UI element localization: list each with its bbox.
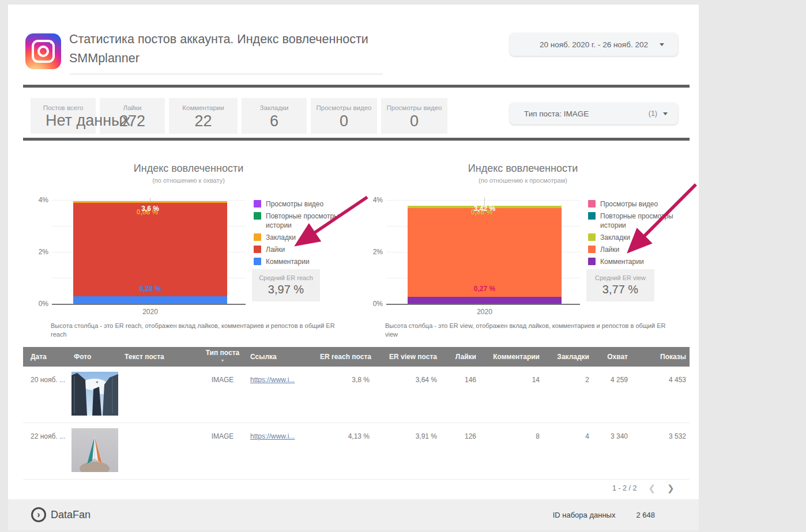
legend-swatch (254, 258, 261, 265)
kpi-value: 6 (242, 112, 307, 130)
column-header-comments[interactable]: Комментарии (480, 353, 543, 361)
cell-photo (70, 423, 121, 472)
summary-label: Средний ER reach (252, 274, 320, 281)
x-axis-line (52, 304, 246, 305)
column-header-er-view[interactable]: ER view поста (373, 353, 440, 361)
legend-label: Просмотры видео (600, 199, 658, 209)
pagination-range: 1 - 2 / 2 (612, 484, 636, 492)
sort-down-icon: ▼ (202, 357, 243, 364)
legend-item-video-views: Просмотры видео (588, 199, 685, 209)
y-tick-label: 2% (366, 248, 383, 256)
instagram-camera-lens (37, 46, 49, 57)
chart-er-reach: Индекс вовлеченности (по отношению к охв… (23, 159, 354, 352)
x-category-label: 2020 (408, 308, 562, 316)
legend-label: Повторные просмотры истории (600, 212, 685, 230)
summary-value: 3,97 % (252, 283, 320, 296)
cell-post-type: IMAGE (198, 367, 247, 384)
legend-swatch (588, 246, 596, 253)
post-link[interactable]: https://www.i... (250, 376, 295, 384)
chevron-down-icon (663, 112, 668, 115)
legend-label: Закладки (600, 233, 630, 242)
chevron-right-icon[interactable]: ❯ (667, 483, 675, 493)
kpi-video-views-1: Просмотры видео 0 (311, 98, 377, 134)
legend-label: Комментарии (600, 257, 644, 266)
kpi-value: 22 (169, 112, 238, 130)
post-photo-skyscrapers (71, 372, 118, 416)
legend-label: Закладки (266, 233, 296, 242)
chevron-down-icon (660, 43, 664, 46)
column-header-post-text[interactable]: Текст поста (121, 353, 198, 361)
column-header-reach[interactable]: Охват (593, 353, 631, 361)
bar-segment-Комментарии (73, 296, 227, 304)
column-header-er-reach[interactable]: ER reach поста (317, 353, 373, 361)
table-row: 20 нояб. ... IMAGE https://www.i... 3,8 … (23, 367, 690, 423)
cell-likes: 126 (440, 423, 480, 440)
legend-swatch (254, 233, 261, 241)
report-title-line1: Статистика постов аккаунта. Индекс вовле… (69, 30, 383, 49)
summary-card-er-reach: Средний ER reach 3,97 % (252, 269, 320, 301)
datafan-logo-icon: › (31, 507, 46, 522)
chevron-left-icon[interactable]: ❮ (648, 483, 656, 493)
y-tick-label: 4% (366, 196, 383, 204)
y-tick-label: 0% (31, 300, 48, 308)
column-header-link[interactable]: Ссылка (247, 353, 317, 361)
bar-segment-Лайки (408, 208, 562, 297)
column-header-post-type[interactable]: Тип поста ▼ (198, 349, 247, 364)
column-header-likes[interactable]: Лайки (440, 353, 480, 361)
dataset-id-label: ID набора данных (553, 511, 616, 519)
cell-er-view: 3,91 % (373, 423, 440, 440)
kpi-value: Нет данных (46, 112, 130, 130)
divider-top (23, 85, 690, 88)
legend-label: Комментарии (266, 257, 310, 266)
footer: › DataFan ID набора данных 2 648 (8, 499, 699, 530)
kpi-label: Просмотры видео (381, 104, 447, 111)
bar-label-likes: 3,6 % (73, 205, 227, 213)
cell-post-text (121, 423, 198, 432)
legend-swatch (254, 200, 261, 207)
legend-label: Просмотры видео (266, 199, 323, 209)
bar-segment-Комментарии (408, 297, 562, 304)
chart-title: Индекс вовлеченности (357, 163, 688, 175)
chart-caption: Высота столбца - это ER reach, отображен… (51, 322, 342, 339)
date-range-selector[interactable]: 20 нояб. 2020 г. - 26 нояб. 202 (510, 33, 678, 56)
cell-link: https://www.i... (247, 367, 317, 384)
cell-post-text (121, 367, 198, 376)
chart-caption: Высота столбца - это ER view, отображен … (385, 322, 676, 339)
report-title: Статистика постов аккаунта. Индекс вовле… (69, 30, 383, 74)
legend-item-comments: Комментарии (254, 257, 351, 266)
legend-item-bookmarks: Закладки (254, 233, 351, 242)
column-header-bookmarks[interactable]: Закладки (543, 353, 593, 361)
column-header-impressions[interactable]: Показы (631, 353, 690, 361)
summary-label: Средний ER view (586, 274, 654, 281)
cell-link: https://www.i... (247, 423, 317, 440)
column-header-date[interactable]: Дата (23, 353, 70, 361)
chart-legend: Просмотры видео Повторные просмотры исто… (254, 199, 351, 266)
column-header-photo[interactable]: Фото (70, 353, 121, 361)
divider-bottom (23, 138, 690, 141)
date-range-value: 20 нояб. 2020 г. - 26 нояб. 202 (540, 40, 648, 49)
post-photo-paper-plane (71, 428, 118, 472)
chart-subtitle: (по отношению к просмотрам) (357, 177, 688, 184)
kpi-label: Просмотры видео (311, 104, 377, 111)
legend-label: Лайки (600, 245, 619, 254)
legend-swatch (588, 212, 596, 220)
bar-segment-Лайки (73, 203, 227, 296)
legend-item-video-views: Просмотры видео (254, 199, 351, 209)
legend-swatch (588, 200, 596, 207)
legend-item-likes: Лайки (254, 245, 351, 254)
cell-bookmarks: 4 (543, 423, 593, 440)
cell-reach: 3 340 (593, 423, 631, 440)
kpi-bookmarks: Закладки 6 (242, 98, 307, 134)
kpi-posts-total: Постов всего Нет данных (31, 98, 96, 134)
dataset-info: ID набора данных 2 648 (553, 511, 655, 519)
cell-comments: 14 (480, 367, 543, 384)
cell-likes: 146 (440, 367, 480, 384)
y-tick-label: 0% (366, 300, 383, 308)
dataset-id-value: 2 648 (636, 511, 655, 519)
legend-swatch (588, 233, 596, 241)
post-link[interactable]: https://www.i... (250, 432, 295, 440)
summary-value: 3,77 % (586, 283, 654, 296)
kpi-label: Лайки (100, 104, 165, 111)
kpi-label: Комментарии (169, 104, 238, 111)
post-type-filter[interactable]: Тип поста: IMAGE (1) (510, 103, 678, 124)
